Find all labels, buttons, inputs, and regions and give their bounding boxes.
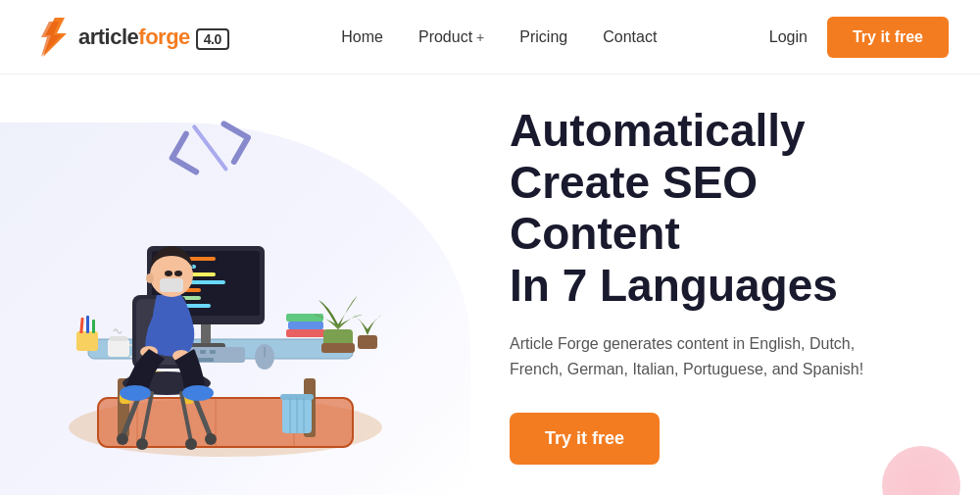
svg-rect-40 [79,318,83,333]
svg-rect-36 [286,329,325,337]
svg-point-66 [174,271,182,276]
logo-text: articleforge4.0 [78,25,229,50]
svg-rect-39 [76,331,98,351]
nav-pricing[interactable]: Pricing [519,28,567,46]
svg-rect-35 [110,336,127,341]
svg-point-67 [146,273,154,283]
svg-rect-37 [288,322,323,329]
product-plus-icon: + [476,29,484,45]
try-free-nav-button[interactable]: Try it free [827,17,949,58]
nav-home[interactable]: Home [341,28,383,46]
svg-rect-41 [86,316,89,333]
svg-line-72 [194,122,225,173]
svg-point-61 [136,438,148,450]
svg-point-71 [182,385,214,401]
hero-content: Automatically Create SEO Content In 7 La… [470,105,980,466]
svg-rect-42 [92,320,95,333]
svg-rect-28 [200,350,206,354]
svg-rect-38 [286,314,323,322]
hero-subtitle: Article Forge generates content in Engli… [510,331,882,381]
svg-rect-34 [108,339,129,357]
nav-product[interactable]: Product + [418,28,484,46]
svg-point-70 [120,385,151,401]
navbar: articleforge4.0 Home Product + Pricing C… [0,0,980,74]
svg-rect-64 [160,278,183,292]
hero-title: Automatically Create SEO Content In 7 La… [510,105,921,313]
logo-icon [31,14,78,61]
svg-point-60 [205,433,217,445]
svg-point-62 [185,438,197,450]
hero-illustration [20,104,461,486]
nav-right: Login Try it free [769,17,949,58]
hero-image-area [0,74,470,495]
logo: articleforge4.0 [31,14,229,61]
svg-point-59 [117,433,128,445]
nav-login[interactable]: Login [769,28,808,46]
svg-rect-29 [210,350,216,354]
svg-rect-73 [358,335,377,349]
try-free-hero-button[interactable]: Try it free [510,413,660,465]
nav-links: Home Product + Pricing Contact [341,28,657,46]
hero-section: Automatically Create SEO Content In 7 La… [0,74,980,495]
svg-point-65 [165,271,172,276]
nav-contact[interactable]: Contact [603,28,657,46]
svg-rect-44 [321,343,355,353]
